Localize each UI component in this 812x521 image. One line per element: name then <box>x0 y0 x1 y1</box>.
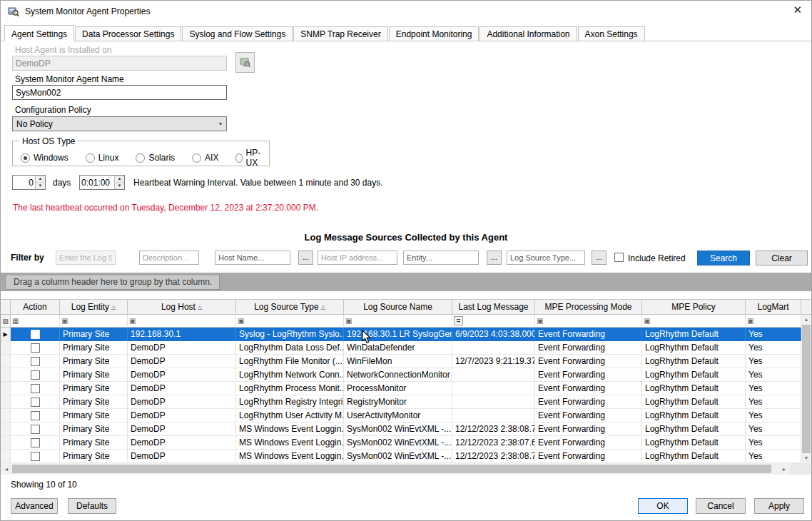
filter-cell-log-entity[interactable]: ▣ <box>60 315 128 328</box>
column-header-logmart[interactable]: LogMart <box>746 299 801 315</box>
include-retired-checkbox[interactable] <box>614 253 624 262</box>
scroll-down-icon[interactable]: ▼ <box>801 453 811 463</box>
search-button[interactable]: Search <box>697 251 750 265</box>
grid-row[interactable]: Primary SiteDemoDPLogRhythm File Monitor… <box>1 355 801 368</box>
column-header-mpe-policy[interactable]: MPE Policy <box>642 299 746 315</box>
row-checkbox[interactable] <box>31 370 40 380</box>
horizontal-scrollbar-thumb[interactable] <box>12 465 771 473</box>
grid-row[interactable]: Primary SiteDemoDPLogRhythm Registry Int… <box>1 395 801 409</box>
close-button[interactable]: ✕ <box>793 4 802 15</box>
cell-policy: LogRhythm Default <box>642 368 746 382</box>
grid-row[interactable]: ▶Primary Site192.168.30.1Syslog - LogRhy… <box>1 328 801 341</box>
heartbeat-interval-spinner[interactable]: 0:01:00 ▲▼ <box>79 175 125 190</box>
column-header-last-log-message[interactable]: Last Log Message <box>452 299 535 315</box>
clear-button[interactable]: Clear <box>756 251 808 265</box>
filter-condition-icon[interactable]: ▣ <box>129 318 136 325</box>
grid-row[interactable]: Primary SiteDemoDPMS Windows Event Loggi… <box>1 450 801 463</box>
defaults-button[interactable]: Defaults <box>68 498 116 514</box>
spin-up-icon[interactable]: ▲ <box>36 176 45 183</box>
heartbeat-days-spinner[interactable]: 0 ▲▼ <box>12 175 46 190</box>
tab-axon-settings[interactable]: Axon Settings <box>578 26 645 41</box>
cell-host: DemoDP <box>128 341 236 355</box>
filter-condition-icon[interactable]: ▣ <box>537 318 543 325</box>
checkbox-filter-icon[interactable]: ▦ <box>12 318 19 325</box>
cell-host: 192.168.30.1 <box>128 328 236 341</box>
filter-cell-log-host[interactable]: ▣ <box>128 315 236 328</box>
os-radio-windows[interactable]: Windows <box>21 153 68 163</box>
cell-host: DemoDP <box>128 368 236 382</box>
host-ip-filter-input[interactable] <box>318 251 397 265</box>
grid-row[interactable]: Primary SiteDemoDPMS Windows Event Loggi… <box>1 423 801 436</box>
host-name-filter-input[interactable] <box>215 251 290 265</box>
entity-filter-input[interactable] <box>403 251 479 265</box>
row-checkbox[interactable] <box>31 452 40 461</box>
row-checkbox[interactable] <box>31 330 40 339</box>
tab-endpoint-monitoring[interactable]: Endpoint Monitoring <box>389 26 479 41</box>
spin-down-icon[interactable]: ▼ <box>36 183 45 189</box>
grid-row[interactable]: Primary SiteDemoDPLogRhythm Data Loss De… <box>1 341 801 355</box>
column-header-log-host[interactable]: Log Host△ <box>128 299 236 315</box>
column-header-log-entity[interactable]: Log Entity△ <box>60 299 128 315</box>
row-checkbox[interactable] <box>31 357 40 366</box>
filter-cell-mpe-processing-mode[interactable]: ▣ <box>535 315 642 328</box>
tab-snmp-trap-receiver[interactable]: SNMP Trap Receiver <box>293 26 387 41</box>
ok-button[interactable]: OK <box>638 498 688 514</box>
grid-row[interactable]: Primary SiteDemoDPLogRhythm User Activit… <box>1 409 801 423</box>
row-checkbox[interactable] <box>31 411 40 420</box>
vertical-scrollbar-thumb[interactable] <box>802 325 811 453</box>
grid-row[interactable]: Primary SiteDemoDPLogRhythm Network Conn… <box>1 368 801 382</box>
group-by-bar[interactable]: Drag a column header here to group by th… <box>1 273 811 291</box>
filter-cell-mpe-policy[interactable]: ▣ <box>642 315 746 328</box>
log-source-type-browse-button[interactable]: ... <box>592 251 607 265</box>
row-checkbox[interactable] <box>31 438 40 447</box>
filter-condition-icon[interactable]: ▣ <box>644 318 650 325</box>
filter-cell-last-log-message[interactable]: = <box>452 315 535 328</box>
filter-cell-logmart[interactable]: ▣ <box>746 315 801 328</box>
tab-syslog-and-flow-settings[interactable]: Syslog and Flow Settings <box>182 26 293 41</box>
filter-cell-action[interactable]: ▦ <box>11 315 60 328</box>
filter-condition-icon[interactable]: ▣ <box>747 318 753 325</box>
os-radio-solaris[interactable]: Solaris <box>136 153 175 163</box>
os-radio-linux[interactable]: Linux <box>86 153 119 163</box>
column-header-log-source-name[interactable]: Log Source Name <box>344 299 452 315</box>
tab-agent-settings[interactable]: Agent Settings <box>4 25 74 41</box>
filter-cell-log-source-type[interactable]: ▣ <box>236 315 344 328</box>
column-header-action[interactable]: Action <box>11 299 60 315</box>
row-checkbox[interactable] <box>31 425 40 434</box>
agent-name-field[interactable] <box>12 85 227 100</box>
scroll-right-icon[interactable]: ► <box>778 467 790 472</box>
column-header-mpe-processing-mode[interactable]: MPE Processing Mode <box>535 299 642 315</box>
advanced-button[interactable]: Advanced <box>11 498 58 514</box>
log-source-filter-input[interactable] <box>56 251 116 265</box>
scroll-left-icon[interactable]: ◄ <box>1 467 12 472</box>
cell-logmart: Yes <box>746 436 801 450</box>
description-filter-input[interactable] <box>139 251 199 265</box>
host-name-browse-button[interactable]: ... <box>298 251 313 265</box>
row-checkbox[interactable] <box>31 398 40 407</box>
host-agent-search-button[interactable] <box>235 52 255 73</box>
scroll-up-icon[interactable]: ▲ <box>801 315 811 325</box>
config-policy-dropdown[interactable]: No Policy ▾ <box>12 116 227 131</box>
entity-browse-button[interactable]: ... <box>487 251 502 265</box>
equals-filter-icon[interactable]: = <box>454 316 463 325</box>
log-source-type-filter-input[interactable] <box>507 251 585 265</box>
vertical-scrollbar[interactable]: ▲ ▼ <box>801 315 811 463</box>
os-radio-hp-ux[interactable]: HP-UX <box>235 148 263 168</box>
filter-condition-icon[interactable]: ▣ <box>345 318 352 325</box>
filter-condition-icon[interactable]: ▣ <box>238 318 244 325</box>
tab-data-processor-settings[interactable]: Data Processor Settings <box>75 26 181 41</box>
column-header-log-source-type[interactable]: Log Source Type△ <box>236 299 344 315</box>
row-checkbox[interactable] <box>31 384 40 393</box>
tab-additional-information[interactable]: Additional Information <box>479 26 577 41</box>
filter-cell-log-source-name[interactable]: ▣ <box>344 315 452 328</box>
grid-row[interactable]: Primary SiteDemoDPMS Windows Event Loggi… <box>1 436 801 450</box>
cancel-button[interactable]: Cancel <box>696 498 746 514</box>
spin-down-icon[interactable]: ▼ <box>115 183 124 189</box>
horizontal-scrollbar[interactable]: ◄ ► <box>1 463 811 475</box>
filter-condition-icon[interactable]: ▣ <box>61 318 68 325</box>
apply-button[interactable]: Apply <box>754 498 804 514</box>
os-radio-aix[interactable]: AIX <box>192 153 218 163</box>
spin-up-icon[interactable]: ▲ <box>115 176 124 183</box>
row-checkbox[interactable] <box>31 343 40 353</box>
grid-row[interactable]: Primary SiteDemoDPLogRhythm Process Moni… <box>1 382 801 395</box>
